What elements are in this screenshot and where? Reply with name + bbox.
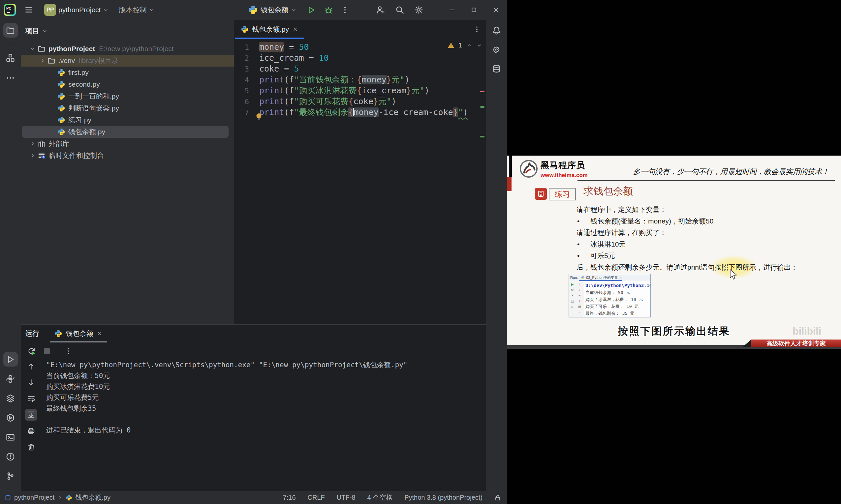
divider <box>58 347 58 355</box>
code-line[interactable]: 7print(f"最终钱包剩余{money-ice_cream-coke}") <box>234 107 486 118</box>
breadcrumb-project[interactable]: pythonProject <box>14 494 54 501</box>
exercise-badge-label: 练习 <box>549 188 576 200</box>
debug-button[interactable] <box>324 5 333 15</box>
code-line[interactable]: 3coke = 5 <box>234 63 486 74</box>
stop-button[interactable] <box>42 347 51 355</box>
status-widget[interactable]: Python 3.8 (pythonProject) <box>404 494 483 501</box>
tree-item[interactable]: 练习.py <box>21 114 234 126</box>
tree-item[interactable]: second.py <box>21 78 234 90</box>
vcs-tool-button[interactable] <box>3 469 18 483</box>
code-tokens: coke = 5 <box>259 64 299 73</box>
tree-item[interactable]: pythonProjectE:\new py\pythonProject <box>21 43 234 55</box>
tree-item-label: .venv <box>58 57 75 65</box>
mini-tab-underline <box>579 280 622 281</box>
line-number: 1 <box>234 42 259 53</box>
run-button[interactable] <box>307 5 316 15</box>
project-selector[interactable]: PP pythonProject <box>41 0 112 20</box>
main-menu-button[interactable] <box>16 0 36 20</box>
db-icon <box>492 64 501 73</box>
run-toolbar <box>21 342 486 360</box>
problems-tool-button[interactable] <box>3 449 18 464</box>
terminal-tool-button[interactable] <box>3 430 18 444</box>
search-icon[interactable] <box>395 5 404 15</box>
code-line[interactable]: 6print(f"购买可乐花费{coke}元") <box>234 96 486 107</box>
inspection-widget[interactable]: 1 <box>448 41 483 49</box>
trash-button[interactable] <box>25 441 37 453</box>
code-area[interactable]: 1money = 502ice_cream = 103coke = 54prin… <box>234 39 486 324</box>
chevron-down-icon[interactable] <box>42 28 48 34</box>
db-tool-button[interactable] <box>489 61 504 76</box>
video-player[interactable]: 黑马程序员 www.itheima.com 多一句没有，少一句不行，用最短时间，… <box>507 0 841 504</box>
more-options-icon[interactable] <box>65 347 72 355</box>
tree-item-label: 一到一百的和.py <box>68 92 119 101</box>
wrap-button[interactable] <box>25 393 37 404</box>
status-widget[interactable]: UTF-8 <box>337 494 355 501</box>
unlock-icon[interactable] <box>494 494 501 501</box>
more-tool-button[interactable] <box>3 71 18 85</box>
chevron-down-icon[interactable] <box>291 7 297 13</box>
error-stripe-mark[interactable] <box>480 106 485 108</box>
breadcrumb-file[interactable]: 钱包余额.py <box>75 493 110 502</box>
structure-tool-button[interactable] <box>3 50 18 65</box>
trash-icon <box>27 443 35 451</box>
run-icon <box>6 355 15 364</box>
itheima-logo-icon <box>520 160 538 178</box>
mini-toolbar-glyph: ≡ <box>579 293 581 298</box>
status-widget[interactable]: CRLF <box>308 494 325 501</box>
code-line[interactable]: 2ice_cream = 10 <box>234 52 486 63</box>
code-line[interactable]: 4print(f"当前钱包余额：{money}元") <box>234 74 486 85</box>
maximize-button[interactable] <box>463 0 485 20</box>
code-line[interactable]: 5print(f"购买冰淇淋花费{ice_cream}元") <box>234 85 486 96</box>
up-button[interactable] <box>25 360 37 372</box>
wrap-icon <box>27 395 35 403</box>
down-button[interactable] <box>25 376 37 388</box>
tree-item[interactable]: 钱包余额.py <box>21 126 234 138</box>
right-tool-stripe <box>486 20 507 491</box>
folder-icon <box>48 57 55 65</box>
error-stripe-mark[interactable] <box>480 136 485 138</box>
status-widget[interactable]: 7:16 <box>283 494 296 501</box>
mini-toolbar-glyph: ▶ <box>571 282 574 287</box>
close-tab-icon[interactable] <box>97 330 103 337</box>
tree-item[interactable]: first.py <box>21 67 234 78</box>
status-widget[interactable]: 4 个空格 <box>367 493 393 502</box>
editor-tab[interactable]: 钱包余额.py <box>235 20 304 39</box>
bell-tool-button[interactable] <box>489 23 504 38</box>
printer-button[interactable] <box>25 425 37 437</box>
close-tab-icon[interactable] <box>292 26 298 32</box>
more-actions-button[interactable] <box>341 6 349 14</box>
run-config-name[interactable]: 钱包余额 <box>261 5 288 15</box>
services-tool-button[interactable] <box>3 391 18 406</box>
warning-count: 1 <box>458 41 462 49</box>
chevron-down-icon[interactable] <box>476 42 483 49</box>
pyconsole-tool-button[interactable] <box>3 372 18 386</box>
warning-icon <box>448 42 454 49</box>
run-console[interactable]: "E:\new py\pythonProject\.venv\Scripts\p… <box>46 360 479 491</box>
minimize-button[interactable] <box>441 0 463 20</box>
settings-gear-icon[interactable] <box>414 5 423 15</box>
slide-body: 请在程序中，定义如下变量：钱包余额(变量名：money)，初始余额50请通过程序… <box>577 204 840 273</box>
scrollend-button[interactable] <box>25 409 37 420</box>
chevron-up-icon[interactable] <box>466 42 472 49</box>
tree-item[interactable]: 判断语句嵌套.py <box>21 102 234 114</box>
vcs-widget[interactable]: 版本控制 <box>116 0 158 20</box>
tree-item[interactable]: 临时文件和控制台 <box>21 150 234 162</box>
tree-item[interactable]: .venvlibrary根目录 <box>21 55 234 67</box>
intention-bulb-icon[interactable] <box>255 112 263 121</box>
error-stripe-mark[interactable] <box>480 91 485 92</box>
ai-tool-button[interactable] <box>489 42 504 57</box>
run-tool-button[interactable] <box>3 352 18 366</box>
run-tab[interactable]: 钱包余额 <box>49 325 108 342</box>
mini-tab-name: 03_Python中的变量 <box>586 275 618 280</box>
close-button[interactable] <box>485 0 507 20</box>
pycharm-logo-icon: PC <box>4 4 16 16</box>
runanything-tool-button[interactable] <box>3 410 18 425</box>
tree-item[interactable]: 一到一百的和.py <box>21 90 234 102</box>
tree-item[interactable]: 外部库 <box>21 138 234 150</box>
module-icon <box>5 494 11 501</box>
add-user-icon[interactable] <box>376 5 385 15</box>
promo-ribbon: 高级软件人才培训专家 <box>742 340 841 347</box>
folder-tool-button[interactable] <box>3 23 18 38</box>
rerun-button[interactable] <box>28 347 36 355</box>
editor-options-icon[interactable] <box>473 26 480 33</box>
